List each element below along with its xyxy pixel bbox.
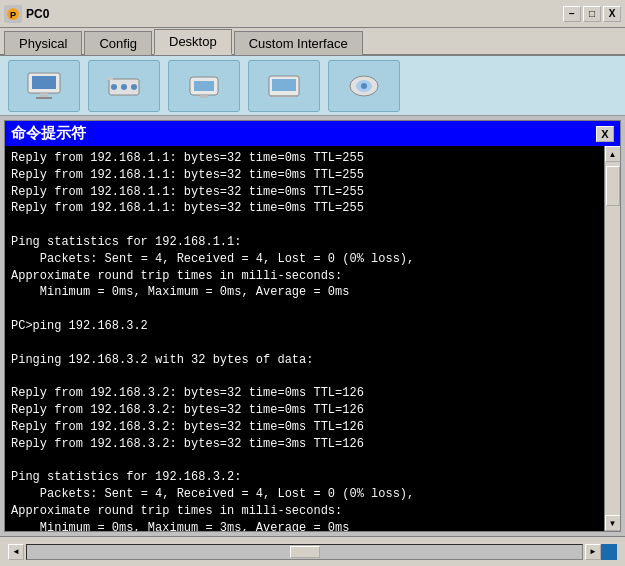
svg-point-9	[131, 84, 137, 90]
svg-point-7	[111, 84, 117, 90]
tab-custom-interface[interactable]: Custom Interface	[234, 31, 363, 55]
cmd-close-button[interactable]: X	[596, 126, 614, 142]
svg-rect-3	[32, 76, 56, 89]
tab-desktop[interactable]: Desktop	[154, 29, 232, 55]
svg-rect-13	[200, 95, 208, 98]
cmd-titlebar: 命令提示符 X	[5, 121, 620, 146]
cmd-body[interactable]: Reply from 192.168.1.1: bytes=32 time=0m…	[5, 146, 604, 531]
scroll-thumb[interactable]	[606, 166, 620, 206]
scroll-corner	[601, 544, 617, 560]
close-button[interactable]: X	[603, 6, 621, 22]
window-controls: − □ X	[563, 6, 621, 22]
device-icon-1[interactable]	[8, 60, 80, 112]
cmd-title: 命令提示符	[11, 124, 86, 143]
maximize-button[interactable]: □	[583, 6, 601, 22]
app-icon: P	[4, 5, 22, 23]
device-icon-3[interactable]	[168, 60, 240, 112]
svg-rect-5	[36, 97, 52, 99]
h-scroll-thumb[interactable]	[290, 546, 320, 558]
toolbar	[0, 56, 625, 116]
svg-text:P: P	[10, 10, 16, 20]
svg-rect-15	[272, 79, 296, 91]
horizontal-scroll-area: ◄ ►	[8, 544, 617, 560]
device-icon-2[interactable]	[88, 60, 160, 112]
device-icon-5[interactable]	[328, 60, 400, 112]
svg-point-8	[121, 84, 127, 90]
scroll-right-button[interactable]: ►	[585, 544, 601, 560]
scroll-up-button[interactable]: ▲	[605, 146, 621, 162]
svg-rect-4	[40, 93, 48, 97]
cmd-window: 命令提示符 X Reply from 192.168.1.1: bytes=32…	[4, 120, 621, 532]
svg-rect-12	[194, 81, 214, 91]
statusbar: ◄ ►	[0, 536, 625, 566]
device-icon-4[interactable]	[248, 60, 320, 112]
scroll-down-button[interactable]: ▼	[605, 515, 621, 531]
window-title: PC0	[26, 7, 563, 21]
minimize-button[interactable]: −	[563, 6, 581, 22]
cmd-output: Reply from 192.168.1.1: bytes=32 time=0m…	[11, 150, 598, 531]
svg-rect-10	[107, 77, 113, 80]
tab-config[interactable]: Config	[84, 31, 152, 55]
svg-rect-16	[270, 95, 298, 97]
vertical-scrollbar[interactable]: ▲ ▼	[604, 146, 620, 531]
scroll-left-button[interactable]: ◄	[8, 544, 24, 560]
title-bar: P PC0 − □ X	[0, 0, 625, 28]
tabs-row: Physical Config Desktop Custom Interface	[0, 28, 625, 56]
svg-point-19	[361, 83, 367, 89]
tab-physical[interactable]: Physical	[4, 31, 82, 55]
h-scroll-track[interactable]	[26, 544, 583, 560]
